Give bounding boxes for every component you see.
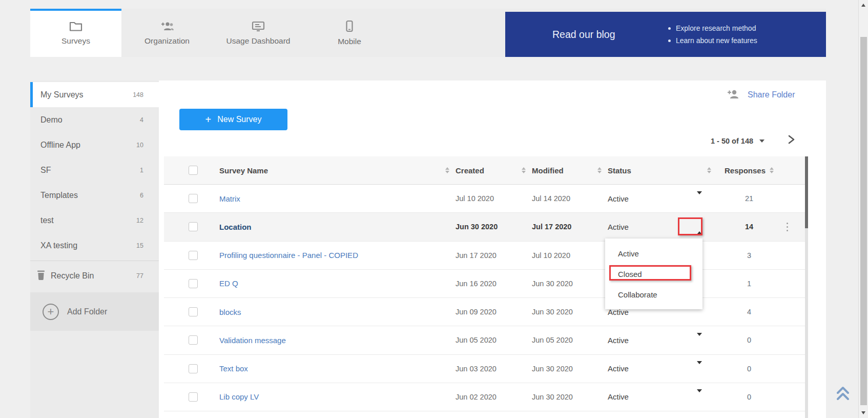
survey-name-link[interactable]: Matrix [219,194,456,203]
created-cell: Jun 02 2020 [456,393,532,401]
row-checkbox[interactable] [189,335,198,345]
caret-down-icon [697,191,702,203]
pagination-caret-icon[interactable] [759,140,764,143]
caret-down-icon [697,389,702,401]
modified-cell: Jun 30 2020 [532,393,608,401]
add-folder-button[interactable]: + Add Folder [30,292,159,331]
bullet-dot-icon [668,39,671,42]
sidebar-item-sf[interactable]: SF 1 [30,157,159,183]
share-folder-button[interactable]: Share Folder [726,88,795,102]
sort-icon[interactable] [707,167,711,173]
folder-count: 10 [136,142,143,149]
annotation-box-closed-option [609,265,691,281]
responses-cell: 1 [726,280,773,288]
banner-bullet: Explore research method [668,24,757,32]
tab-surveys[interactable]: Surveys [30,9,121,57]
col-header-modified: Modified [532,166,564,175]
created-cell: Jun 30 2020 [456,223,532,231]
sidebar-item-test[interactable]: test 12 [30,208,159,233]
responses-cell: 0 [726,365,773,373]
folder-count: 6 [140,192,143,199]
col-header-created: Created [456,166,484,175]
row-checkbox[interactable] [189,222,198,231]
people-add-icon [159,21,175,32]
status-dropdown-toggle[interactable] [690,392,726,401]
status-value: Active [608,392,690,401]
responses-cell: 0 [726,336,773,344]
table-row: Lib copy LV Jun 02 2020 Jun 30 2020 Acti… [164,383,808,411]
dashboard-icon [251,21,265,32]
scrollbar-down-arrow-icon[interactable] [861,411,865,414]
survey-name-link[interactable]: Location [219,223,456,231]
top-navbar: Surveys Organization [30,9,826,57]
survey-name-link[interactable]: ED Q [219,279,456,288]
folder-list: My Surveys 148 Demo 4 Offline App 10 SF … [30,82,159,258]
new-survey-button[interactable]: + New Survey [179,109,287,130]
sidebar-item-templates[interactable]: Templates 6 [30,183,159,208]
modified-cell: Jun 30 2020 [532,308,608,316]
modified-cell: Jul 17 2020 [532,223,608,231]
row-menu-button[interactable] [784,221,791,234]
tab-organization[interactable]: Organization [121,9,213,57]
created-cell: Jun 03 2020 [456,365,532,373]
sort-icon[interactable] [445,167,449,173]
next-page-button[interactable] [783,132,799,147]
status-value: Active [608,364,690,373]
folder-count: 148 [133,91,143,98]
folder-count: 77 [136,272,143,280]
survey-name-link[interactable]: Lib copy LV [219,392,456,401]
tab-label: Mobile [338,37,361,46]
status-dropdown-toggle[interactable] [690,194,726,203]
table-row: Matrix Jul 10 2020 Jul 14 2020 Active 21 [164,185,808,213]
status-option-active[interactable]: Active [605,243,702,264]
sidebar-item-my-surveys[interactable]: My Surveys 148 [30,82,159,107]
tab-mobile[interactable]: Mobile [304,9,395,57]
survey-name-link[interactable]: blocks [219,308,456,316]
responses-cell: 3 [726,251,773,260]
sort-icon[interactable] [522,167,526,173]
status-value: Active [608,336,690,345]
sidebar-item-xa-testing[interactable]: XA testing 15 [30,233,159,258]
status-option-collaborate[interactable]: Collaborate [605,284,702,305]
surveys-table: Survey Name Created Modified Status Resp… [164,156,808,411]
table-row: Profiling questionnaire - Panel - COPIED… [164,242,808,270]
survey-name-link[interactable]: Validation message [219,336,456,345]
plus-circle-icon: + [43,304,59,320]
row-checkbox[interactable] [189,251,198,260]
modified-cell: Jul 14 2020 [532,194,608,203]
scroll-to-top-button[interactable] [833,384,853,404]
survey-name-link[interactable]: Profiling questionnaire - Panel - COPIED [219,251,456,260]
page-scrollbar[interactable] [858,0,868,418]
share-person-add-icon [726,88,740,102]
row-checkbox[interactable] [189,364,198,373]
sidebar-item-offline-app[interactable]: Offline App 10 [30,132,159,157]
created-cell: Jul 10 2020 [456,194,532,203]
trash-icon [36,270,46,282]
sort-icon[interactable] [597,167,602,173]
responses-cell: 14 [726,223,773,231]
table-header-row: Survey Name Created Modified Status Resp… [164,156,808,185]
table-scrollbar[interactable] [805,156,808,418]
survey-name-link[interactable]: Text box [219,364,456,373]
scrollbar-up-arrow-icon[interactable] [861,4,865,7]
sort-icon[interactable] [770,167,774,173]
row-checkbox[interactable] [189,307,198,316]
blog-banner-link[interactable]: Read our blog [552,12,615,57]
status-dropdown-toggle[interactable] [690,364,726,373]
table-scrollbar-thumb[interactable] [805,156,808,228]
page-scrollbar-thumb[interactable] [860,37,867,405]
tab-usage-dashboard[interactable]: Usage Dashboard [213,9,304,57]
select-all-checkbox[interactable] [189,166,198,175]
modified-cell: Jun 30 2020 [532,365,608,373]
row-checkbox[interactable] [189,194,198,203]
pagination: 1 - 50 of 148 [711,134,764,148]
sidebar-item-demo[interactable]: Demo 4 [30,107,159,132]
status-dropdown-toggle[interactable] [690,336,726,345]
created-cell: Jun 17 2020 [456,251,532,260]
row-checkbox[interactable] [189,392,198,402]
row-checkbox[interactable] [189,279,198,288]
table-row: ED Q Jun 16 2020 Jun 30 2020 1 [164,270,808,298]
sidebar-item-recycle-bin[interactable]: Recycle Bin 77 [30,262,159,290]
bullet-dot-icon [668,27,671,30]
col-header-responses: Responses [725,166,766,175]
